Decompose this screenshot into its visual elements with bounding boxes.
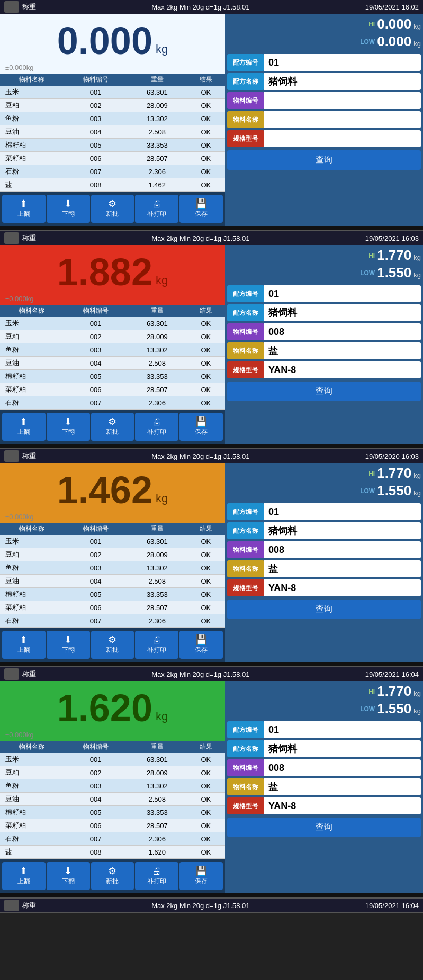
btn-icon-4: 💾 [195, 199, 207, 208]
table-cell: 004 [64, 125, 127, 139]
table-cell: 005 [64, 806, 127, 819]
low-row-4: LOW 1.550 kg [227, 701, 421, 717]
table-cell: 2.306 [128, 396, 187, 410]
info-label-4-2: 物料编号 [227, 759, 264, 776]
btn-下翻-1[interactable]: ⬇ 下翻 [47, 195, 90, 223]
status-bar-3: 称重 Max 2kg Min 20g d=1g J1.58.01 19/05/2… [0, 449, 423, 463]
info-row-2-2: 物料编号 008 [227, 323, 421, 340]
btn-保存-4[interactable]: 💾 保存 [179, 862, 223, 890]
weight-small-4: ±0.000kg [0, 731, 225, 741]
btn-上翻-3[interactable]: ⬆ 上翻 [2, 631, 46, 659]
btn-新批-1[interactable]: ⚙ 新批 [91, 195, 134, 223]
btn-label-1: 下翻 [62, 428, 75, 437]
weight-value-3: 1.462 [57, 468, 152, 512]
hi-value-4: 1.770 [377, 683, 411, 700]
info-label-1-4: 规格型号 [227, 130, 264, 147]
table-header: 重量 [128, 741, 187, 753]
info-value-1-1: 猪饲料 [264, 73, 421, 90]
info-value-4-4: YAN-8 [264, 797, 421, 814]
btn-保存-2[interactable]: 💾 保存 [179, 413, 223, 441]
table-cell: 菜籽粕 [0, 819, 64, 832]
table-cell: OK [187, 753, 225, 766]
btn-新批-4[interactable]: ⚙ 新批 [91, 862, 134, 890]
table-cell: 007 [64, 165, 127, 178]
table-row: 豆粕00228.009OK [0, 548, 225, 561]
btn-补打印-2[interactable]: 🖨 补打印 [135, 413, 178, 441]
table-cell: 豆油 [0, 125, 64, 139]
btn-label-0: 上翻 [17, 877, 30, 886]
low-unit-1: kg [413, 40, 421, 48]
hi-value-1: 0.000 [377, 16, 411, 32]
query-btn-2[interactable]: 查询 [227, 382, 421, 401]
btn-下翻-4[interactable]: ⬇ 下翻 [47, 862, 90, 890]
table-cell: 63.301 [128, 535, 187, 548]
info-row-1-2: 物料编号 [227, 92, 421, 109]
table-cell: 玉米 [0, 86, 64, 99]
btn-新批-2[interactable]: ⚙ 新批 [91, 413, 134, 441]
table-cell: 豆油 [0, 793, 64, 806]
btn-icon-3: 🖨 [152, 635, 161, 645]
table-cell: 棉籽粕 [0, 806, 64, 819]
btn-icon-1: ⬇ [64, 199, 72, 208]
weight-value-4: 1.620 [57, 686, 152, 730]
btn-row-3: ⬆ 上翻 ⬇ 下翻 ⚙ 新批 🖨 补打印 💾 保存 [0, 628, 225, 662]
btn-保存-1[interactable]: 💾 保存 [179, 195, 223, 223]
table-row: 棉籽粕00533.353OK [0, 370, 225, 383]
table-cell: 33.353 [128, 806, 187, 819]
btn-上翻-2[interactable]: ⬆ 上翻 [2, 413, 46, 441]
table-header: 重量 [128, 523, 187, 535]
query-btn-1[interactable]: 查询 [227, 150, 421, 170]
table-row: 石粉0072.306OK [0, 832, 225, 846]
table-cell: 2.306 [128, 832, 187, 846]
hi-unit-2: kg [413, 253, 421, 261]
info-value-4-1: 猪饲料 [264, 740, 421, 757]
table-row: 玉米00163.301OK [0, 317, 225, 330]
btn-icon-4: 💾 [195, 866, 207, 876]
low-label-2: LOW [360, 269, 375, 277]
info-row-1-4: 规格型号 [227, 130, 421, 147]
btn-上翻-1[interactable]: ⬆ 上翻 [2, 195, 46, 223]
table-cell: 006 [64, 152, 127, 165]
panel-separator [0, 444, 423, 448]
btn-补打印-3[interactable]: 🖨 补打印 [135, 631, 178, 659]
btn-补打印-4[interactable]: 🖨 补打印 [135, 862, 178, 890]
low-label-4: LOW [360, 705, 375, 713]
btn-row-2: ⬆ 上翻 ⬇ 下翻 ⚙ 新批 🖨 补打印 💾 保存 [0, 410, 225, 444]
btn-下翻-3[interactable]: ⬇ 下翻 [47, 631, 90, 659]
table-header: 结果 [187, 741, 225, 753]
btn-补打印-1[interactable]: 🖨 补打印 [135, 195, 178, 223]
btn-row-1: ⬆ 上翻 ⬇ 下翻 ⚙ 新批 🖨 补打印 💾 保存 [0, 192, 225, 226]
table-cell: 28.009 [128, 766, 187, 779]
status-label-1: 称重 [22, 2, 36, 12]
corner-icon-3 [4, 450, 19, 462]
info-row-2-0: 配方编号 01 [227, 285, 421, 302]
scale-specs-2: Max 2kg Min 20g d=1g J1.58.01 [151, 234, 249, 242]
btn-icon-1: ⬇ [64, 417, 72, 427]
btn-下翻-2[interactable]: ⬇ 下翻 [47, 413, 90, 441]
info-value-2-4: YAN-8 [264, 361, 421, 378]
table-cell: 13.302 [128, 343, 187, 357]
low-unit-3: kg [413, 489, 421, 497]
btn-新批-3[interactable]: ⚙ 新批 [91, 631, 134, 659]
table-cell: 石粉 [0, 396, 64, 410]
query-btn-3[interactable]: 查询 [227, 600, 421, 619]
low-value-2: 1.550 [377, 265, 411, 281]
btn-上翻-4[interactable]: ⬆ 上翻 [2, 862, 46, 890]
info-row-1-3: 物料名称 [227, 111, 421, 128]
btn-保存-3[interactable]: 💾 保存 [179, 631, 223, 659]
table-cell: 石粉 [0, 832, 64, 846]
btn-icon-3: 🖨 [152, 199, 161, 208]
info-label-3-3: 物料名称 [227, 560, 264, 577]
table-cell: 13.302 [128, 779, 187, 793]
info-value-2-0: 01 [264, 285, 421, 302]
hi-low-1: HI 0.000 kg LOW 0.000 kg [227, 16, 421, 50]
query-btn-4[interactable]: 查询 [227, 818, 421, 837]
table-header: 结果 [187, 305, 225, 317]
table-cell: 28.009 [128, 548, 187, 561]
weight-unit-2: kg [156, 274, 168, 287]
table-cell: OK [187, 779, 225, 793]
table-cell: 33.353 [128, 370, 187, 383]
data-table-2: 物料名称物料编号重量结果玉米00163.301OK豆粕00228.009OK鱼粉… [0, 305, 225, 410]
table-cell: 002 [64, 548, 127, 561]
btn-label-2: 新批 [106, 877, 119, 886]
